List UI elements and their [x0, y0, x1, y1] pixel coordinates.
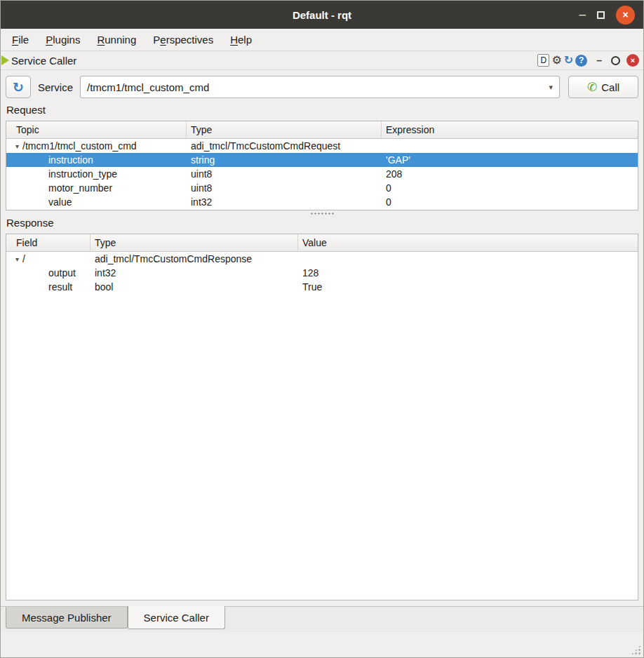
window-maximize-button[interactable] — [597, 11, 605, 19]
response-table: Field Type Value ▾/ adi_tmcl/TmcCustomCm… — [6, 234, 638, 600]
response-row-output[interactable]: output int32 128 — [6, 266, 638, 280]
cell-type: adi_tmcl/TmcCustomCmdResponse — [90, 253, 298, 264]
dock-tabbar: Message Publisher Service Caller — [1, 606, 643, 632]
header-type[interactable]: Type — [90, 234, 298, 251]
cell-expression: 208 — [382, 168, 638, 180]
menubar: File Plugins Running Perspectives Help — [1, 29, 643, 51]
call-button[interactable]: ✆ Call — [568, 76, 638, 98]
plugin-titlebar: Service Caller D ⚙ ↻ ? – × — [1, 51, 643, 70]
cell-topic: instruction — [6, 154, 187, 166]
request-row-value[interactable]: value int32 0 — [6, 195, 638, 209]
request-table: Topic Type Expression ▾/tmcm1/tmcl_custo… — [6, 121, 638, 210]
response-section-label: Response — [6, 217, 638, 229]
tab-service-caller[interactable]: Service Caller — [128, 606, 225, 629]
window-minimize-button[interactable]: – — [579, 11, 586, 18]
cell-topic: /tmcm1/tmcl_custom_cmd — [22, 140, 137, 152]
refresh-services-button[interactable]: ↻ — [6, 76, 31, 98]
expander-icon[interactable]: ▾ — [15, 142, 19, 150]
window-title: Default - rqt — [1, 9, 643, 21]
cell-type: uint8 — [187, 182, 382, 194]
header-expression[interactable]: Expression — [382, 121, 638, 138]
cell-topic: instruction_type — [6, 168, 187, 180]
header-field[interactable]: Field — [6, 234, 90, 251]
plugin-content: ↻ Service /tmcm1/tmcl_custom_cmd ▾ ✆ Cal… — [1, 70, 643, 606]
request-row-motor-number[interactable]: motor_number uint8 0 — [6, 181, 638, 195]
gear-icon[interactable]: ⚙ — [551, 55, 561, 66]
response-row-root[interactable]: ▾/ adi_tmcl/TmcCustomCmdResponse — [6, 252, 638, 266]
phone-icon: ✆ — [587, 80, 597, 95]
statusbar — [1, 632, 643, 657]
cell-type: bool — [90, 281, 298, 293]
refresh-icon: ↻ — [13, 79, 24, 95]
response-table-header: Field Type Value — [6, 234, 638, 252]
service-combobox-value: /tmcm1/tmcl_custom_cmd — [87, 81, 209, 93]
header-type[interactable]: Type — [187, 121, 382, 138]
request-row-instruction[interactable]: instruction string 'GAP' — [6, 153, 638, 167]
window-titlebar[interactable]: Default - rqt – × — [1, 1, 643, 29]
plugin-title: Service Caller — [11, 55, 76, 67]
expander-icon[interactable]: ▾ — [15, 255, 19, 263]
cell-topic: motor_number — [6, 182, 187, 194]
window-controls: – × — [579, 6, 643, 25]
cell-type: adi_tmcl/TmcCustomCmdRequest — [187, 140, 382, 152]
cell-expression: 'GAP' — [382, 154, 638, 166]
header-value[interactable]: Value — [298, 234, 638, 251]
cell-value: True — [298, 281, 638, 293]
refresh-icon[interactable]: ↻ — [564, 55, 573, 66]
cell-field: / — [22, 253, 25, 264]
request-row-instruction-type[interactable]: instruction_type uint8 208 — [6, 167, 638, 181]
plugin-close-button[interactable]: × — [626, 54, 639, 67]
cell-type: int32 — [90, 267, 298, 278]
shortcut-badge-d: D — [537, 54, 549, 67]
help-icon[interactable]: ? — [575, 55, 587, 67]
plugin-float-button[interactable] — [611, 56, 620, 65]
request-table-header: Topic Type Expression — [6, 121, 638, 139]
menu-help[interactable]: Help — [222, 31, 260, 48]
play-triangle-icon — [1, 55, 9, 65]
menu-plugins[interactable]: Plugins — [37, 31, 88, 48]
cell-field: result — [6, 281, 90, 293]
menu-perspectives[interactable]: Perspectives — [145, 31, 222, 48]
plugin-minimize-button[interactable]: – — [596, 55, 602, 66]
chevron-down-icon: ▾ — [549, 83, 553, 92]
cell-field: output — [6, 267, 90, 278]
request-response-splitter[interactable] — [6, 210, 638, 217]
call-button-label: Call — [601, 81, 619, 93]
cell-expression: 0 — [382, 196, 638, 208]
cell-topic: value — [6, 196, 187, 208]
service-row: ↻ Service /tmcm1/tmcl_custom_cmd ▾ ✆ Cal… — [6, 76, 638, 98]
menu-file[interactable]: File — [4, 31, 37, 48]
rqt-window: Default - rqt – × File Plugins Running P… — [0, 0, 644, 658]
window-close-button[interactable]: × — [616, 6, 635, 25]
request-section-label: Request — [6, 104, 638, 116]
resize-grip[interactable] — [631, 645, 641, 655]
request-row-root[interactable]: ▾/tmcm1/tmcl_custom_cmd adi_tmcl/TmcCust… — [6, 139, 638, 153]
menu-running[interactable]: Running — [88, 31, 145, 48]
cell-type: int32 — [187, 196, 382, 208]
response-row-result[interactable]: result bool True — [6, 280, 638, 294]
cell-value: 128 — [298, 267, 638, 278]
plugin-actions: D ⚙ ↻ ? – × — [537, 54, 639, 67]
cell-type: string — [187, 154, 382, 166]
tab-message-publisher[interactable]: Message Publisher — [6, 607, 128, 629]
cell-type: uint8 — [187, 168, 382, 180]
service-combobox[interactable]: /tmcm1/tmcl_custom_cmd ▾ — [80, 76, 560, 98]
header-topic[interactable]: Topic — [6, 121, 187, 138]
service-label: Service — [38, 81, 73, 93]
splitter-grip-icon — [310, 213, 334, 215]
cell-expression: 0 — [382, 182, 638, 194]
